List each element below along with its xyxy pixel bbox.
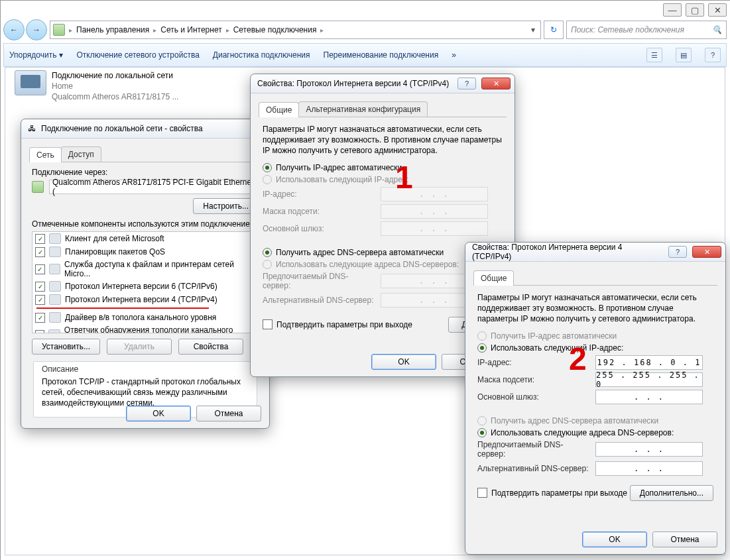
breadcrumb-dropdown[interactable]: ▾ (528, 25, 538, 34)
components-label: Отмеченные компоненты используются этим … (32, 219, 259, 229)
list-item-ipv4[interactable]: ✓Протокол Интернета версии 4 (TCP/IPv4) (32, 293, 258, 306)
toolbar-rename[interactable]: Переименование подключения (324, 50, 439, 60)
tab-general[interactable]: Общие (259, 102, 299, 117)
install-button[interactable]: Установить... (32, 339, 100, 355)
checkbox[interactable]: ✓ (35, 234, 45, 244)
nav-back-button[interactable]: ← (3, 19, 25, 40)
radio-dot-icon (477, 416, 487, 425)
window-close-button[interactable]: ✕ (708, 3, 727, 17)
breadcrumb[interactable]: ▸ Панель управления ▸ Сеть и Интернет ▸ … (50, 21, 541, 39)
toolbar-diagnose[interactable]: Диагностика подключения (213, 50, 310, 60)
toolbar-organize[interactable]: Упорядочить▾ (9, 50, 63, 60)
nic-icon (32, 181, 44, 193)
mask-label: Маска подсети: (263, 207, 375, 216)
list-item[interactable]: ✓Клиент для сетей Microsoft (32, 232, 258, 245)
radio-auto-ip[interactable]: Получить IP-адрес автоматически (477, 331, 713, 341)
breadcrumb-network-connections[interactable]: Сетевые подключения (233, 25, 317, 34)
checkbox[interactable]: ✓ (35, 295, 45, 305)
radio-manual-ip[interactable]: Использовать следующий IP-адрес: (477, 343, 713, 353)
list-item-label: Служба доступа к файлам и принтерам сете… (64, 260, 255, 278)
intro-text: Параметры IP могут назначаться автоматич… (472, 291, 719, 325)
search-input[interactable]: Поиск: Сетевые подключения 🔍 (566, 21, 727, 39)
list-item[interactable]: ✓Драйвер в/в тополога канального уровня (32, 311, 258, 324)
description-text: Протокол TCP/IP - стандартный протокол г… (42, 376, 249, 409)
preview-pane-button[interactable]: ▤ (676, 48, 692, 62)
close-button[interactable]: ✕ (692, 246, 721, 258)
components-list[interactable]: ✓Клиент для сетей Microsoft ✓Планировщик… (32, 231, 259, 333)
toolbar-overflow[interactable]: » (452, 50, 456, 60)
dns2-input[interactable]: . . . (595, 461, 703, 476)
help-button[interactable]: ? (668, 246, 687, 258)
ipv4-properties-window-2: Свойства: Протокол Интернета версии 4 (T… (465, 242, 726, 555)
list-item-label: Протокол Интернета версии 6 (TCP/IPv6) (65, 282, 217, 291)
annotation-1: 1 (395, 159, 413, 196)
help-button[interactable]: ? (705, 48, 721, 62)
remove-button[interactable]: Удалить (107, 339, 172, 355)
ip-label: IP-адрес: (263, 190, 375, 199)
validate-checkbox[interactable] (477, 488, 487, 498)
dns2-label: Альтернативный DNS-сервер: (477, 464, 590, 473)
adapter-item[interactable]: Подключение по локальной сети Home Qualc… (15, 70, 220, 103)
help-button[interactable]: ? (457, 78, 476, 89)
window-maximize-button[interactable]: ▢ (686, 3, 704, 17)
checkbox[interactable]: ✓ (35, 247, 45, 257)
ok-button[interactable]: OK (126, 406, 191, 421)
configure-button[interactable]: Настроить... (193, 198, 259, 214)
ok-button[interactable]: OK (582, 532, 647, 547)
radio-dot-icon (477, 331, 487, 341)
dns2-label: Альтернативный DNS-сервер: (263, 296, 375, 305)
cancel-button[interactable]: Отмена (196, 406, 261, 421)
list-item-label: Драйвер в/в тополога канального уровня (65, 313, 216, 322)
gateway-input[interactable]: . . . (595, 390, 703, 404)
dns1-input[interactable]: . . . (595, 442, 703, 457)
checkbox[interactable]: ✓ (35, 282, 45, 292)
mask-input: . . . (381, 204, 488, 219)
chevron-right-icon: ▸ (320, 27, 324, 34)
adapter-name: Подключение по локальной сети (52, 70, 178, 81)
radio-label: Получить адрес DNS-сервера автоматически (276, 248, 444, 257)
component-properties-button[interactable]: Свойства (178, 339, 243, 355)
toolbar-disable-device[interactable]: Отключение сетевого устройства (76, 50, 199, 60)
close-button[interactable]: ✕ (481, 78, 511, 89)
validate-checkbox[interactable] (263, 319, 273, 329)
view-options-button[interactable]: ☰ (646, 48, 662, 62)
checkbox[interactable]: ✓ (35, 330, 44, 334)
tab-sharing[interactable]: Доступ (61, 146, 101, 162)
radio-manual-dns[interactable]: Использовать следующие адреса DNS-сервер… (477, 428, 713, 437)
radio-auto-dns: Получить адрес DNS-сервера автоматически (477, 416, 713, 425)
window-minimize-button[interactable]: — (663, 3, 682, 17)
radio-auto-ip[interactable]: Получить IP-адрес автоматически (263, 163, 503, 172)
breadcrumb-network-internet[interactable]: Сеть и Интернет (160, 25, 221, 34)
advanced-button[interactable]: Дополнительно... (630, 485, 713, 501)
ok-button[interactable]: OK (371, 354, 436, 370)
list-item-label: Протокол Интернета версии 4 (TCP/IPv4) (65, 295, 217, 304)
tab-network[interactable]: Сеть (29, 147, 62, 162)
mask-input[interactable]: 255 . 255 . 255 . 0 (595, 372, 703, 387)
list-item[interactable]: ✓Служба доступа к файлам и принтерам сет… (32, 258, 258, 280)
description-heading: Описание (42, 364, 249, 374)
connect-through-label: Подключение через: (32, 168, 259, 177)
search-icon: 🔍 (712, 25, 722, 34)
list-item-label: Планировщик пакетов QoS (65, 247, 165, 256)
list-item[interactable]: ✓Планировщик пакетов QoS (32, 245, 258, 258)
gateway-label: Основной шлюз: (263, 224, 375, 233)
radio-manual-ip[interactable]: Использовать следующий IP-адрес: (263, 175, 503, 184)
list-item[interactable]: ✓Протокол Интернета версии 6 (TCP/IPv6) (32, 280, 258, 293)
tab-general[interactable]: Общие (473, 270, 514, 286)
adapter-device: Qualcomm Atheros AR8171/8175 ... (52, 91, 178, 102)
component-icon (49, 264, 60, 274)
chevron-down-icon: ▾ (59, 50, 63, 60)
component-icon (49, 294, 61, 305)
refresh-button[interactable]: ↻ (544, 21, 564, 39)
nav-forward-button[interactable]: → (26, 19, 47, 40)
radio-label: Использовать следующие адреса DNS-сервер… (276, 260, 459, 269)
tab-alternate[interactable]: Альтернативная конфигурация (298, 101, 428, 117)
list-item[interactable]: ✓Ответчик обнаружения топологии канально… (32, 324, 258, 333)
breadcrumb-control-panel[interactable]: Панель управления (76, 25, 149, 34)
chevron-right-icon: ▸ (226, 27, 229, 34)
checkbox[interactable]: ✓ (35, 313, 45, 323)
ip-input[interactable]: 192 . 168 . 0 . 1 (595, 355, 703, 370)
adapter-status: Home (52, 81, 178, 91)
checkbox[interactable]: ✓ (35, 264, 45, 274)
cancel-button[interactable]: Отмена (652, 532, 717, 547)
